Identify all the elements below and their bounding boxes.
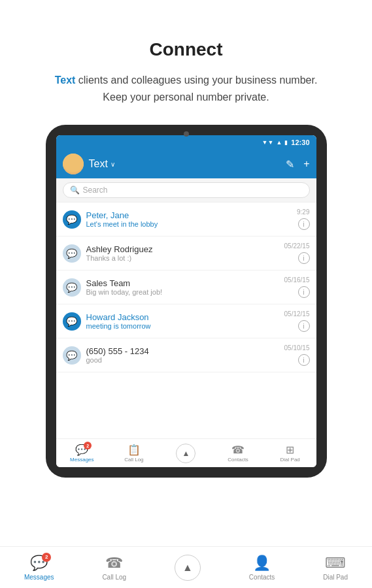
contacts-nav-icon: 👤 (253, 555, 271, 572)
call-log-label: Call Log (124, 457, 143, 463)
message-name: Sales Team (86, 278, 279, 288)
device-screen: ▼▼ ▲ ▮ 12:30 Text ∨ ✎ + (56, 135, 316, 467)
device-nav-item-up[interactable]: ▲ (160, 444, 212, 463)
message-preview: good (86, 356, 279, 364)
message-name: Howard Jackson (86, 312, 279, 322)
message-item[interactable]: 💬(650) 555 - 1234good05/10/15i (56, 338, 316, 372)
page-nav-item-Call Log[interactable]: ☎Call Log (89, 551, 139, 585)
header-title-container: Text ∨ (89, 158, 281, 170)
compose-icon[interactable]: ✎ (286, 158, 294, 171)
page-title: Connect (150, 39, 223, 60)
message-time: 05/22/15 (284, 242, 310, 250)
device-nav-item-Messages[interactable]: 💬2Messages (56, 444, 109, 463)
call-log-nav-label: Call Log (102, 574, 126, 581)
device-frame: ▼▼ ▲ ▮ 12:30 Text ∨ ✎ + (46, 125, 327, 478)
info-button[interactable]: i (298, 218, 310, 230)
message-item[interactable]: 💬Howard Jacksonmeeting is tomorrow05/12/… (56, 304, 316, 338)
message-avatar: 💬 (63, 278, 81, 297)
search-bar: 🔍 Search (56, 178, 316, 203)
page-nav-item-Contacts[interactable]: 👤Contacts (236, 551, 288, 585)
messages-icon: 💬2 (75, 444, 88, 456)
message-preview: Big win today, great job! (86, 288, 279, 296)
up-circle-button[interactable]: ▲ (175, 555, 201, 581)
message-avatar: 💬 (63, 312, 81, 331)
description-rest: clients and colleagues using your busine… (75, 74, 317, 103)
header-title-text: Text (89, 158, 108, 170)
call-log-icon: 📋 (127, 444, 141, 456)
chat-bubble-icon: 💬 (66, 248, 77, 259)
search-placeholder: Search (83, 186, 108, 195)
header-actions: ✎ + (286, 158, 309, 171)
message-name: Ashley Rodriguez (86, 244, 279, 254)
device-nav-item-Contacts[interactable]: ☎Contacts (212, 444, 264, 463)
battery-icon: ▮ (284, 139, 288, 146)
message-preview: Thanks a lot :) (86, 254, 279, 262)
wifi-icon: ▲ (276, 139, 282, 146)
header-avatar (63, 154, 84, 174)
chat-bubble-icon: 💬 (66, 350, 77, 361)
info-button[interactable]: i (298, 354, 310, 366)
call-log-nav-icon: ☎ (105, 555, 123, 572)
app-header: Text ∨ ✎ + (56, 150, 316, 178)
dial-pad-label: Dial Pad (280, 457, 300, 463)
status-time: 12:30 (291, 139, 309, 146)
chat-bubble-icon: 💬 (66, 282, 77, 293)
message-time: 05/12/15 (284, 310, 310, 318)
message-name: Peter, Jane (86, 210, 292, 220)
messages-label: Messages (70, 457, 93, 463)
dial-pad-nav-label: Dial Pad (323, 574, 348, 581)
search-input-container[interactable]: 🔍 Search (63, 182, 310, 198)
signal-icon: ▼▼ (262, 139, 274, 146)
nav-badge: 2 (42, 553, 51, 562)
message-avatar: 💬 (63, 346, 81, 365)
chat-bubble-icon: 💬 (66, 316, 77, 327)
info-button[interactable]: i (298, 252, 310, 264)
highlight-text: Text (55, 74, 76, 86)
message-time: 05/16/15 (284, 276, 310, 284)
header-chevron-icon: ∨ (110, 161, 115, 168)
page-nav-item-Dial Pad[interactable]: ⌨Dial Pad (310, 551, 361, 585)
message-preview: Let's meet in the lobby (86, 220, 292, 228)
message-preview: meeting is tomorrow (86, 322, 279, 330)
avatar-face (63, 154, 84, 174)
intro-description: Text clients and colleagues using your b… (49, 72, 324, 105)
chat-bubble-icon: 💬 (66, 214, 77, 225)
messages-badge: 2 (84, 442, 92, 449)
message-item[interactable]: 💬Ashley RodriguezThanks a lot :)05/22/15… (56, 237, 316, 270)
device-camera (184, 131, 189, 137)
info-button[interactable]: i (298, 320, 310, 332)
message-item[interactable]: 💬Sales TeamBig win today, great job!05/1… (56, 270, 316, 304)
message-avatar: 💬 (63, 210, 81, 229)
page-bottom-nav: 💬2Messages☎Call Log▲👤Contacts⌨Dial Pad (0, 546, 372, 588)
status-icons: ▼▼ ▲ ▮ (262, 139, 288, 146)
message-time: 05/10/15 (284, 344, 310, 351)
info-button[interactable]: i (298, 286, 310, 298)
message-avatar: 💬 (63, 244, 81, 263)
messages-nav-icon: 💬2 (30, 555, 48, 572)
message-name: (650) 555 - 1234 (86, 346, 279, 356)
up-arrow-icon: ▲ (176, 444, 195, 463)
dial-pad-nav-icon: ⌨ (325, 555, 346, 572)
page-nav-item-up[interactable]: ▲ (161, 551, 214, 585)
page-nav-item-Messages[interactable]: 💬2Messages (11, 551, 67, 585)
message-time: 9:29 (297, 208, 309, 216)
messages-nav-label: Messages (24, 574, 54, 581)
message-list: 💬Peter, JaneLet's meet in the lobby9:29i… (56, 203, 316, 438)
device-nav-item-Dial Pad[interactable]: ⊞Dial Pad (264, 444, 316, 463)
contacts-label: Contacts (228, 457, 248, 463)
intro-section: Connect Text clients and colleagues usin… (0, 0, 372, 125)
contacts-icon: ☎ (231, 444, 245, 456)
dial-pad-icon: ⊞ (286, 444, 294, 456)
add-icon[interactable]: + (303, 158, 309, 170)
status-bar: ▼▼ ▲ ▮ 12:30 (56, 135, 316, 150)
page-wrapper: Connect Text clients and colleagues usin… (0, 0, 372, 588)
device-nav-item-Call Log[interactable]: 📋Call Log (108, 444, 160, 463)
device-bottom-nav: 💬2Messages📋Call Log▲☎Contacts⊞Dial Pad (56, 438, 316, 467)
search-icon: 🔍 (70, 186, 80, 195)
message-item[interactable]: 💬Peter, JaneLet's meet in the lobby9:29i (56, 203, 316, 237)
contacts-nav-label: Contacts (249, 574, 275, 581)
